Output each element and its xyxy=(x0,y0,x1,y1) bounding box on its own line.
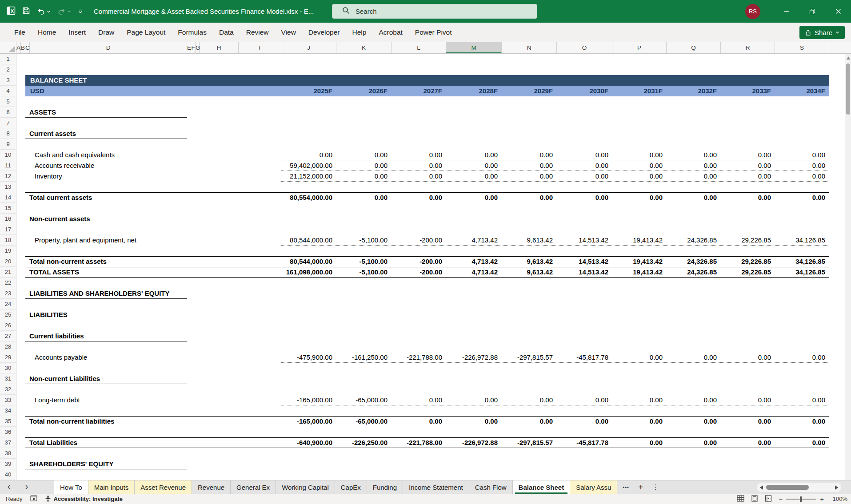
menu-item-data[interactable]: Data xyxy=(213,23,240,42)
menu-item-file[interactable]: File xyxy=(8,23,32,42)
sheet-tab-funding[interactable]: Funding xyxy=(367,480,403,494)
value-cell[interactable]: 0.00 xyxy=(775,437,829,448)
row-header-13[interactable]: 13 xyxy=(0,182,16,192)
value-cell[interactable]: 9,613.42 xyxy=(502,267,557,278)
column-header-k[interactable]: K xyxy=(336,42,392,53)
row-label-accounts-receivable[interactable]: Accounts receivable xyxy=(35,160,94,171)
column-header-p[interactable]: P xyxy=(612,42,667,53)
column-header-n[interactable]: N xyxy=(502,42,557,53)
column-header-j[interactable]: J xyxy=(281,42,336,53)
value-cell[interactable]: 0.00 xyxy=(612,352,667,363)
row-header-25[interactable]: 25 xyxy=(0,310,16,320)
value-cell[interactable]: -200.00 xyxy=(392,256,446,267)
row-header-4[interactable]: 4 xyxy=(0,86,16,96)
row-header-32[interactable]: 32 xyxy=(0,384,16,395)
sheet-tab-balance-sheet[interactable]: Balance Sheet xyxy=(513,480,571,494)
row-label-property-plant-and-equipment-net[interactable]: Property, plant and equipment, net xyxy=(35,235,136,246)
search-input[interactable]: Search xyxy=(332,4,537,19)
row-header-30[interactable]: 30 xyxy=(0,363,16,373)
undo-button[interactable] xyxy=(37,8,51,15)
row-header-15[interactable]: 15 xyxy=(0,203,16,214)
value-cell[interactable]: 19,413.42 xyxy=(612,267,667,278)
value-cell[interactable]: 161,098,000.00 xyxy=(281,267,336,278)
value-cell[interactable]: 0.00 xyxy=(392,192,446,203)
value-cell[interactable]: 0.00 xyxy=(557,416,612,427)
close-button[interactable] xyxy=(825,0,851,23)
sheet-tab-main-inputs[interactable]: Main Inputs xyxy=(88,480,135,494)
value-cell[interactable]: 19,413.42 xyxy=(612,235,667,246)
value-cell[interactable]: 0.00 xyxy=(775,160,829,171)
row-header-12[interactable]: 12 xyxy=(0,171,16,182)
menu-item-home[interactable]: Home xyxy=(32,23,62,42)
row-header-17[interactable]: 17 xyxy=(0,224,16,235)
value-cell[interactable]: -200.00 xyxy=(392,267,446,278)
row-label-accounts-payable[interactable]: Accounts payable xyxy=(35,352,87,363)
row-header-29[interactable]: 29 xyxy=(0,352,16,363)
row-header-21[interactable]: 21 xyxy=(0,267,16,278)
value-cell[interactable]: 0.00 xyxy=(721,352,775,363)
sheet-tab-asset-revenue[interactable]: Asset Revenue xyxy=(135,480,192,494)
year-header-cell[interactable]: 2032F xyxy=(667,86,721,96)
value-cell[interactable]: 9,613.42 xyxy=(502,256,557,267)
value-cell[interactable]: -297,815.57 xyxy=(502,437,557,448)
value-cell[interactable]: 0.00 xyxy=(721,192,775,203)
value-cell[interactable]: 0.00 xyxy=(667,352,721,363)
value-cell[interactable]: 0.00 xyxy=(557,395,612,405)
value-cell[interactable]: 0.00 xyxy=(721,395,775,405)
value-cell[interactable]: 24,326.85 xyxy=(667,256,721,267)
value-cell[interactable]: 0.00 xyxy=(775,192,829,203)
redo-button[interactable] xyxy=(57,8,71,15)
row-header-27[interactable]: 27 xyxy=(0,331,16,341)
value-cell[interactable]: -5,100.00 xyxy=(336,235,392,246)
value-cell[interactable]: 0.00 xyxy=(336,160,392,171)
value-cell[interactable]: 4,713.42 xyxy=(446,256,502,267)
value-cell[interactable]: -640,900.00 xyxy=(281,437,336,448)
value-cell[interactable]: -65,000.00 xyxy=(336,395,392,405)
value-cell[interactable]: 80,554,000.00 xyxy=(281,192,336,203)
value-cell[interactable]: 0.00 xyxy=(721,416,775,427)
menu-item-acrobat[interactable]: Acrobat xyxy=(372,23,408,42)
column-header-g[interactable]: G xyxy=(196,42,200,53)
value-cell[interactable]: 0.00 xyxy=(667,160,721,171)
menu-item-page-layout[interactable]: Page Layout xyxy=(120,23,172,42)
row-header-2[interactable]: 2 xyxy=(0,64,16,75)
row-label-cash-and-cash-equivalents[interactable]: Cash and cash equivalents xyxy=(35,150,115,160)
value-cell[interactable]: -297,815.57 xyxy=(502,352,557,363)
zoom-level-label[interactable]: 100% xyxy=(831,496,847,502)
value-cell[interactable]: 0.00 xyxy=(502,160,557,171)
value-cell[interactable]: 0.00 xyxy=(281,150,336,160)
value-cell[interactable]: 29,226.85 xyxy=(721,267,775,278)
sheet-tab-how-to[interactable]: How To xyxy=(54,480,88,494)
value-cell[interactable]: 80,544,000.00 xyxy=(281,235,336,246)
row-header-22[interactable]: 22 xyxy=(0,278,16,288)
sheet-tab-salary-assu[interactable]: Salary Assu xyxy=(570,480,617,494)
scroll-left-arrow-icon[interactable] xyxy=(760,485,763,490)
row-label-total-non-current-assets[interactable]: Total non-current assets xyxy=(29,256,107,267)
value-cell[interactable]: -45,817.78 xyxy=(557,352,612,363)
column-header-d[interactable]: D xyxy=(30,42,187,53)
year-header-cell[interactable]: 2031F xyxy=(612,86,667,96)
row-header-23[interactable]: 23 xyxy=(0,288,16,299)
year-header-cell[interactable]: 2026F xyxy=(336,86,392,96)
value-cell[interactable]: 0.00 xyxy=(336,192,392,203)
column-header-e[interactable]: E xyxy=(187,42,191,53)
row-label-total-current-assets[interactable]: Total current assets xyxy=(29,192,92,203)
value-cell[interactable]: 0.00 xyxy=(612,171,667,182)
row-header-34[interactable]: 34 xyxy=(0,405,16,416)
value-cell[interactable]: 14,513.42 xyxy=(557,256,612,267)
row-label-total-assets[interactable]: TOTAL ASSETS xyxy=(29,267,79,278)
menu-item-draw[interactable]: Draw xyxy=(92,23,120,42)
value-cell[interactable]: 9,613.42 xyxy=(502,235,557,246)
value-cell[interactable]: 0.00 xyxy=(612,437,667,448)
value-cell[interactable]: -221,788.00 xyxy=(392,437,446,448)
new-sheet-button[interactable]: + xyxy=(638,482,643,492)
value-cell[interactable]: 0.00 xyxy=(775,395,829,405)
value-cell[interactable]: 14,513.42 xyxy=(557,235,612,246)
more-sheets-button[interactable]: ••• xyxy=(623,484,629,490)
normal-view-button[interactable] xyxy=(737,495,744,503)
value-cell[interactable]: -226,250.00 xyxy=(336,437,392,448)
value-cell[interactable]: 0.00 xyxy=(667,416,721,427)
value-cell[interactable]: -221,788.00 xyxy=(392,352,446,363)
row-header-28[interactable]: 28 xyxy=(0,341,16,352)
value-cell[interactable]: 0.00 xyxy=(667,150,721,160)
